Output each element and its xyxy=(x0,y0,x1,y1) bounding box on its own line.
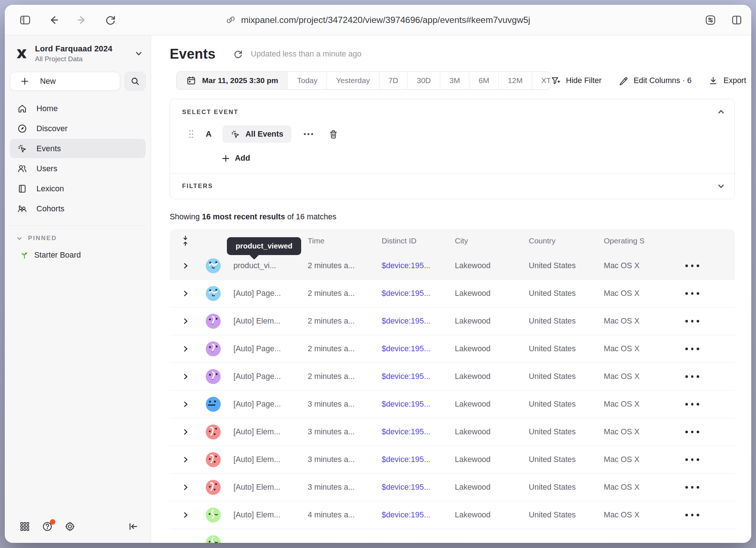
date-preset-yesterday[interactable]: Yesterday xyxy=(327,72,379,89)
date-preset-7d[interactable]: 7D xyxy=(379,72,407,89)
column-header-country[interactable]: Country xyxy=(529,236,604,245)
collapse-all-rows-icon[interactable] xyxy=(181,235,190,246)
time-cell: 3 minutes a... xyxy=(308,400,382,409)
new-button[interactable]: New xyxy=(10,72,120,91)
distinct-id-link[interactable]: $device:195... xyxy=(382,510,455,520)
country-cell: United States xyxy=(529,400,604,409)
row-more-options-button[interactable] xyxy=(680,348,735,350)
date-preset-30d[interactable]: 30D xyxy=(407,72,440,89)
settings-button[interactable] xyxy=(64,521,75,532)
date-preset-today[interactable]: Today xyxy=(288,72,327,89)
export-label: Export xyxy=(724,76,746,85)
table-row[interactable]: [Auto] Elem... 3 minutes a... $device:19… xyxy=(170,418,735,446)
forward-icon[interactable] xyxy=(76,14,88,26)
row-more-options-button[interactable] xyxy=(680,265,735,267)
column-header-time[interactable]: Time xyxy=(308,236,382,245)
date-range-selected[interactable]: Mar 11, 2025 3:30 pm xyxy=(177,72,288,89)
distinct-id-link[interactable]: $device:195... xyxy=(382,261,455,270)
distinct-id-link[interactable]: $device:195... xyxy=(382,344,455,353)
event-selector-chip[interactable]: All Events xyxy=(223,125,291,143)
table-row[interactable] xyxy=(170,529,735,543)
expand-row-icon[interactable] xyxy=(182,400,189,408)
table-row[interactable]: [Auto] Page... 3 minutes a... $device:19… xyxy=(170,391,735,418)
delete-event-icon[interactable] xyxy=(328,129,338,139)
column-header-distinct-id[interactable]: Distinct ID xyxy=(382,236,455,245)
add-event-button[interactable]: Add xyxy=(222,154,724,163)
event-name-cell: [Auto] Page... xyxy=(225,344,308,353)
column-header-city[interactable]: City xyxy=(455,236,529,245)
apps-grid-button[interactable] xyxy=(19,521,30,532)
distinct-id-link[interactable]: $device:195... xyxy=(382,317,455,326)
search-button[interactable] xyxy=(125,72,146,91)
project-switcher[interactable]: Lord Farquaad 2024 All Project Data xyxy=(5,35,151,67)
distinct-id-link[interactable]: $device:195... xyxy=(382,400,455,409)
column-header-os[interactable]: Operating S xyxy=(604,236,680,245)
table-row[interactable]: [Auto] Page... 2 minutes a... $device:19… xyxy=(170,335,735,363)
sidebar-item-home[interactable]: Home xyxy=(10,99,146,118)
back-icon[interactable] xyxy=(48,14,59,26)
split-view-icon[interactable] xyxy=(731,14,743,26)
seedling-icon xyxy=(20,251,29,260)
expand-row-icon[interactable] xyxy=(182,345,189,353)
chevron-up-icon[interactable] xyxy=(717,108,725,116)
filters-label: FILTERS xyxy=(182,183,724,190)
sidebar-item-label: Home xyxy=(36,104,58,113)
distinct-id-link[interactable]: $device:195... xyxy=(382,372,455,381)
date-preset-12m[interactable]: 12M xyxy=(498,72,532,89)
sidebar-item-discover[interactable]: Discover xyxy=(10,119,146,138)
date-preset-3m[interactable]: 3M xyxy=(440,72,469,89)
event-more-options-icon[interactable] xyxy=(303,132,314,136)
row-more-options-button[interactable] xyxy=(680,458,735,461)
calendar-icon xyxy=(186,76,196,85)
table-row[interactable]: [Auto] Elem... 2 minutes a... $device:19… xyxy=(170,308,735,335)
event-name-cell: [Auto] Elem... xyxy=(225,510,308,520)
row-more-options-button[interactable] xyxy=(680,292,735,295)
chevron-down-icon[interactable] xyxy=(717,182,725,190)
sidebar-item-events[interactable]: Events xyxy=(10,139,146,158)
row-more-options-button[interactable] xyxy=(680,403,735,406)
row-more-options-button[interactable] xyxy=(680,320,735,322)
row-more-options-button[interactable] xyxy=(680,514,735,516)
event-avatar-icon xyxy=(206,314,221,329)
refresh-icon[interactable] xyxy=(105,14,116,26)
collapse-sidebar-button[interactable] xyxy=(127,521,138,532)
page-settings-icon[interactable] xyxy=(705,14,716,26)
url-bar[interactable]: mixpanel.com/project/3472420/view/397469… xyxy=(226,15,530,25)
hide-filter-button[interactable]: Hide Filter xyxy=(551,76,602,86)
sidebar-item-cohorts[interactable]: Cohorts xyxy=(10,199,146,218)
table-row[interactable]: [Auto] Page... 2 minutes a... $device:19… xyxy=(170,363,735,391)
edit-columns-button[interactable]: Edit Columns · 6 xyxy=(618,76,692,86)
table-row[interactable]: [Auto] Elem... 4 minutes a... $device:19… xyxy=(170,501,735,529)
time-cell: 3 minutes a... xyxy=(308,427,382,437)
row-more-options-button[interactable] xyxy=(680,486,735,489)
sidebar-item-starter-board[interactable]: Starter Board xyxy=(5,246,151,265)
distinct-id-link[interactable]: $device:195... xyxy=(382,455,455,464)
expand-row-icon[interactable] xyxy=(182,290,189,297)
sidebar-item-users[interactable]: Users xyxy=(10,159,146,178)
table-row[interactable]: [Auto] Elem... 3 minutes a... $device:19… xyxy=(170,446,735,474)
table-row[interactable]: [Auto] Page... 2 minutes a... $device:19… xyxy=(170,280,735,308)
help-button[interactable] xyxy=(42,521,53,532)
date-preset-xtd[interactable]: XTD xyxy=(532,72,551,89)
expand-row-icon[interactable] xyxy=(182,484,189,491)
distinct-id-link[interactable]: $device:195... xyxy=(382,289,455,298)
table-row[interactable]: [Auto] Elem... 3 minutes a... $device:19… xyxy=(170,474,735,501)
distinct-id-link[interactable]: $device:195... xyxy=(382,427,455,437)
expand-row-icon[interactable] xyxy=(182,262,189,270)
expand-row-icon[interactable] xyxy=(182,317,189,325)
row-more-options-button[interactable] xyxy=(680,375,735,378)
expand-row-icon[interactable] xyxy=(182,373,189,380)
expand-row-icon[interactable] xyxy=(182,511,189,519)
sidebar-item-lexicon[interactable]: Lexicon xyxy=(10,179,146,198)
sidebar-item-label: Events xyxy=(36,144,61,153)
date-preset-6m[interactable]: 6M xyxy=(469,72,498,89)
row-more-options-button[interactable] xyxy=(680,431,735,433)
distinct-id-link[interactable]: $device:195... xyxy=(382,483,455,492)
refresh-data-icon[interactable] xyxy=(233,49,243,59)
expand-row-icon[interactable] xyxy=(182,456,189,463)
browser-sidebar-toggle-icon[interactable] xyxy=(19,14,31,26)
expand-row-icon[interactable] xyxy=(182,428,189,436)
pinned-section-header[interactable]: PINNED xyxy=(5,233,151,246)
export-button[interactable]: Export xyxy=(708,76,746,86)
drag-handle-icon[interactable] xyxy=(189,129,194,139)
